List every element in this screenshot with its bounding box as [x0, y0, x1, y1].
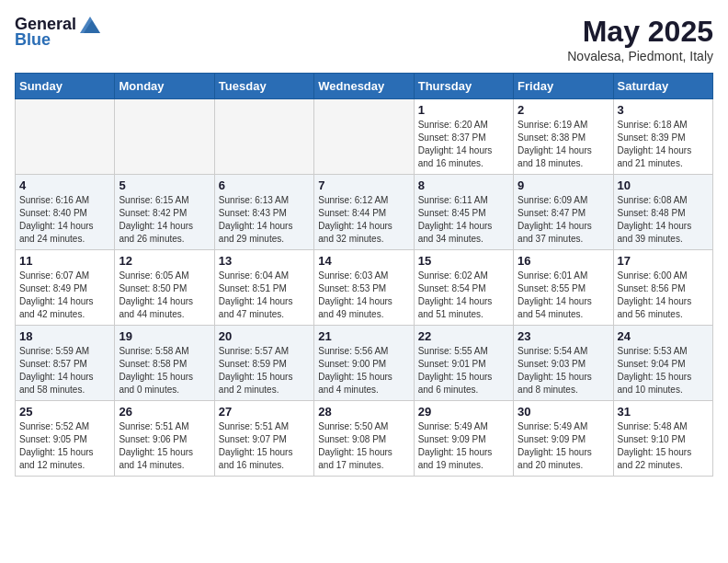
- day-number: 11: [19, 254, 110, 268]
- logo-icon: [80, 17, 100, 33]
- day-info: Sunrise: 5:49 AM Sunset: 9:09 PM Dayligh…: [418, 420, 509, 472]
- day-number: 31: [618, 405, 709, 419]
- column-header-tuesday: Tuesday: [214, 74, 313, 99]
- page-header: General Blue May 2025 Novalesa, Piedmont…: [15, 15, 713, 63]
- calendar-cell: 4Sunrise: 6:16 AM Sunset: 8:40 PM Daylig…: [16, 175, 115, 250]
- calendar-cell: 2Sunrise: 6:19 AM Sunset: 8:38 PM Daylig…: [514, 99, 613, 175]
- day-number: 1: [418, 103, 509, 117]
- calendar-cell: 22Sunrise: 5:55 AM Sunset: 9:01 PM Dayli…: [414, 326, 513, 401]
- calendar-cell: 29Sunrise: 5:49 AM Sunset: 9:09 PM Dayli…: [414, 401, 513, 477]
- day-info: Sunrise: 6:01 AM Sunset: 8:55 PM Dayligh…: [518, 270, 609, 321]
- day-number: 24: [618, 329, 709, 343]
- day-info: Sunrise: 6:02 AM Sunset: 8:54 PM Dayligh…: [418, 270, 509, 321]
- calendar-cell: 1Sunrise: 6:20 AM Sunset: 8:37 PM Daylig…: [414, 99, 513, 175]
- day-number: 23: [518, 329, 609, 343]
- calendar-cell: 19Sunrise: 5:58 AM Sunset: 8:58 PM Dayli…: [115, 326, 214, 401]
- day-info: Sunrise: 6:19 AM Sunset: 8:38 PM Dayligh…: [518, 119, 609, 170]
- day-info: Sunrise: 5:54 AM Sunset: 9:03 PM Dayligh…: [518, 345, 609, 396]
- day-number: 20: [219, 329, 310, 343]
- column-header-saturday: Saturday: [613, 74, 712, 99]
- calendar-cell: 18Sunrise: 5:59 AM Sunset: 8:57 PM Dayli…: [16, 326, 115, 401]
- day-number: 27: [219, 405, 310, 419]
- calendar-cell: 31Sunrise: 5:48 AM Sunset: 9:10 PM Dayli…: [613, 401, 712, 477]
- logo: General Blue: [15, 15, 100, 50]
- calendar-cell: 11Sunrise: 6:07 AM Sunset: 8:49 PM Dayli…: [16, 250, 115, 326]
- calendar-cell: [214, 99, 313, 175]
- calendar-cell: 15Sunrise: 6:02 AM Sunset: 8:54 PM Dayli…: [414, 250, 513, 326]
- day-number: 14: [318, 254, 409, 268]
- day-info: Sunrise: 6:12 AM Sunset: 8:44 PM Dayligh…: [318, 194, 409, 246]
- day-number: 5: [119, 178, 210, 192]
- day-number: 21: [318, 329, 409, 343]
- day-number: 3: [618, 103, 709, 117]
- day-number: 8: [418, 178, 509, 192]
- title-block: May 2025 Novalesa, Piedmont, Italy: [567, 15, 713, 63]
- calendar-cell: 24Sunrise: 5:53 AM Sunset: 9:04 PM Dayli…: [613, 326, 712, 401]
- calendar-week-row: 18Sunrise: 5:59 AM Sunset: 8:57 PM Dayli…: [16, 326, 713, 401]
- day-number: 19: [119, 329, 210, 343]
- day-info: Sunrise: 6:20 AM Sunset: 8:37 PM Dayligh…: [418, 119, 509, 170]
- day-info: Sunrise: 5:49 AM Sunset: 9:09 PM Dayligh…: [518, 420, 609, 472]
- column-header-friday: Friday: [514, 74, 613, 99]
- day-info: Sunrise: 5:56 AM Sunset: 9:00 PM Dayligh…: [318, 345, 409, 396]
- calendar-cell: 10Sunrise: 6:08 AM Sunset: 8:48 PM Dayli…: [613, 175, 712, 250]
- location: Novalesa, Piedmont, Italy: [567, 49, 713, 63]
- day-number: 16: [518, 254, 609, 268]
- column-header-thursday: Thursday: [414, 74, 513, 99]
- day-number: 6: [219, 178, 310, 192]
- calendar-table: SundayMondayTuesdayWednesdayThursdayFrid…: [15, 73, 713, 477]
- calendar-header-row: SundayMondayTuesdayWednesdayThursdayFrid…: [16, 74, 713, 99]
- day-number: 4: [19, 178, 110, 192]
- day-info: Sunrise: 6:11 AM Sunset: 8:45 PM Dayligh…: [418, 194, 509, 246]
- day-number: 30: [518, 405, 609, 419]
- day-info: Sunrise: 6:09 AM Sunset: 8:47 PM Dayligh…: [518, 194, 609, 246]
- day-number: 29: [418, 405, 509, 419]
- column-header-sunday: Sunday: [16, 74, 115, 99]
- day-info: Sunrise: 5:51 AM Sunset: 9:06 PM Dayligh…: [119, 420, 210, 472]
- day-info: Sunrise: 6:03 AM Sunset: 8:53 PM Dayligh…: [318, 270, 409, 321]
- calendar-cell: 21Sunrise: 5:56 AM Sunset: 9:00 PM Dayli…: [314, 326, 414, 401]
- day-info: Sunrise: 5:51 AM Sunset: 9:07 PM Dayligh…: [219, 420, 310, 472]
- day-number: 9: [518, 178, 609, 192]
- calendar-cell: 12Sunrise: 6:05 AM Sunset: 8:50 PM Dayli…: [115, 250, 214, 326]
- calendar-cell: 28Sunrise: 5:50 AM Sunset: 9:08 PM Dayli…: [314, 401, 414, 477]
- day-number: 22: [418, 329, 509, 343]
- day-number: 17: [618, 254, 709, 268]
- day-info: Sunrise: 6:13 AM Sunset: 8:43 PM Dayligh…: [219, 194, 310, 246]
- calendar-cell: 25Sunrise: 5:52 AM Sunset: 9:05 PM Dayli…: [16, 401, 115, 477]
- calendar-cell: 8Sunrise: 6:11 AM Sunset: 8:45 PM Daylig…: [414, 175, 513, 250]
- day-info: Sunrise: 6:18 AM Sunset: 8:39 PM Dayligh…: [618, 119, 709, 170]
- day-info: Sunrise: 6:05 AM Sunset: 8:50 PM Dayligh…: [119, 270, 210, 321]
- calendar-cell: 23Sunrise: 5:54 AM Sunset: 9:03 PM Dayli…: [514, 326, 613, 401]
- day-info: Sunrise: 6:16 AM Sunset: 8:40 PM Dayligh…: [19, 194, 110, 246]
- day-number: 7: [318, 178, 409, 192]
- calendar-week-row: 1Sunrise: 6:20 AM Sunset: 8:37 PM Daylig…: [16, 99, 713, 175]
- column-header-monday: Monday: [115, 74, 214, 99]
- calendar-cell: 13Sunrise: 6:04 AM Sunset: 8:51 PM Dayli…: [214, 250, 313, 326]
- day-info: Sunrise: 5:48 AM Sunset: 9:10 PM Dayligh…: [618, 420, 709, 472]
- calendar-cell: 14Sunrise: 6:03 AM Sunset: 8:53 PM Dayli…: [314, 250, 414, 326]
- calendar-cell: 3Sunrise: 6:18 AM Sunset: 8:39 PM Daylig…: [613, 99, 712, 175]
- month-title: May 2025: [567, 15, 713, 49]
- day-info: Sunrise: 5:58 AM Sunset: 8:58 PM Dayligh…: [119, 345, 210, 396]
- calendar-week-row: 11Sunrise: 6:07 AM Sunset: 8:49 PM Dayli…: [16, 250, 713, 326]
- day-info: Sunrise: 6:08 AM Sunset: 8:48 PM Dayligh…: [618, 194, 709, 246]
- calendar-week-row: 4Sunrise: 6:16 AM Sunset: 8:40 PM Daylig…: [16, 175, 713, 250]
- day-number: 28: [318, 405, 409, 419]
- day-number: 13: [219, 254, 310, 268]
- day-number: 25: [19, 405, 110, 419]
- calendar-cell: 26Sunrise: 5:51 AM Sunset: 9:06 PM Dayli…: [115, 401, 214, 477]
- calendar-cell: 9Sunrise: 6:09 AM Sunset: 8:47 PM Daylig…: [514, 175, 613, 250]
- calendar-cell: 17Sunrise: 6:00 AM Sunset: 8:56 PM Dayli…: [613, 250, 712, 326]
- calendar-cell: 5Sunrise: 6:15 AM Sunset: 8:42 PM Daylig…: [115, 175, 214, 250]
- calendar-cell: [314, 99, 414, 175]
- day-number: 15: [418, 254, 509, 268]
- calendar-cell: 30Sunrise: 5:49 AM Sunset: 9:09 PM Dayli…: [514, 401, 613, 477]
- day-info: Sunrise: 5:52 AM Sunset: 9:05 PM Dayligh…: [19, 420, 110, 472]
- day-info: Sunrise: 6:00 AM Sunset: 8:56 PM Dayligh…: [618, 270, 709, 321]
- calendar-cell: 16Sunrise: 6:01 AM Sunset: 8:55 PM Dayli…: [514, 250, 613, 326]
- calendar-cell: 27Sunrise: 5:51 AM Sunset: 9:07 PM Dayli…: [214, 401, 313, 477]
- day-info: Sunrise: 5:53 AM Sunset: 9:04 PM Dayligh…: [618, 345, 709, 396]
- day-info: Sunrise: 5:57 AM Sunset: 8:59 PM Dayligh…: [219, 345, 310, 396]
- day-info: Sunrise: 6:07 AM Sunset: 8:49 PM Dayligh…: [19, 270, 110, 321]
